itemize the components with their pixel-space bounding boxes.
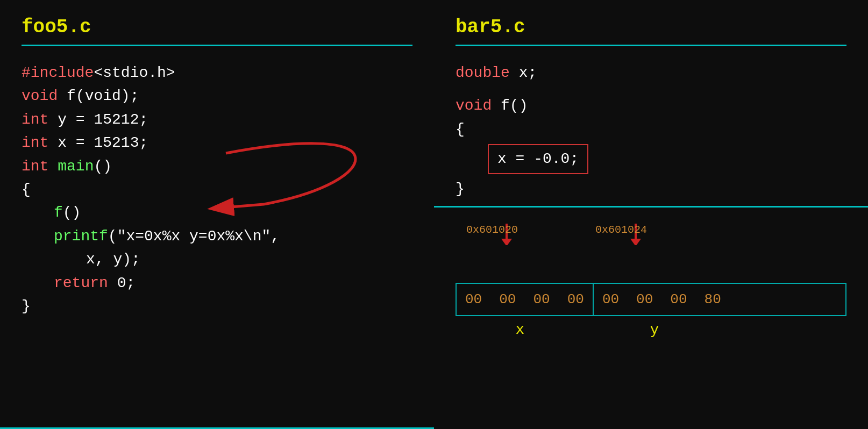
plain-f-paren: () bbox=[63, 204, 81, 221]
plain-void1: f(void); bbox=[58, 88, 139, 104]
highlight-code: x = -0.0; bbox=[488, 144, 588, 174]
fn-f-call: f bbox=[54, 204, 63, 221]
line-brace3: } bbox=[456, 177, 846, 201]
right-top-section: bar5.c double x; void f() { x = -0.0; } bbox=[434, 0, 868, 206]
right-separator bbox=[456, 45, 846, 46]
memory-row: 00 00 00 00 00 00 00 80 bbox=[456, 283, 846, 316]
mem-byte-x3: 00 bbox=[559, 284, 593, 315]
plain-brace-close: } bbox=[22, 298, 31, 314]
mem-byte-y1: 00 bbox=[628, 284, 661, 315]
right-bottom-section: 0x601020 0x601024 00 00 00 00 bbox=[434, 206, 868, 429]
kw-int-main: int bbox=[22, 158, 48, 175]
kw-void1: void bbox=[22, 88, 58, 104]
kw-int-y: int bbox=[22, 111, 48, 128]
right-code: double x; void f() { x = -0.0; } bbox=[456, 61, 846, 201]
addr-x-text: 0x601020 bbox=[466, 224, 518, 236]
addr-y-label: 0x601024 bbox=[595, 224, 647, 236]
addr-x-label: 0x601020 bbox=[466, 224, 518, 236]
fn-main: main bbox=[58, 158, 94, 175]
line-printf-args: x, y); bbox=[22, 248, 412, 271]
mem-label-y: y bbox=[585, 321, 724, 338]
left-panel: foo5.c #include<stdio.h> void f(void); i… bbox=[0, 0, 434, 429]
mem-y-group: 00 00 00 80 bbox=[594, 284, 730, 315]
line-return: return 0; bbox=[22, 271, 412, 295]
plain-void2: f() bbox=[492, 97, 528, 114]
mem-byte-x0: 00 bbox=[457, 284, 490, 315]
mem-byte-y2: 00 bbox=[661, 284, 695, 315]
line-int-main: int main() bbox=[22, 155, 412, 178]
line-int-y: int y = 15212; bbox=[22, 108, 412, 131]
plain-include: <stdio.h> bbox=[94, 65, 175, 81]
svg-marker-3 bbox=[501, 239, 512, 245]
left-separator bbox=[22, 45, 412, 46]
line-int-x: int x = 15213; bbox=[22, 131, 412, 154]
mem-byte-x2: 00 bbox=[524, 284, 558, 315]
mem-byte-y3: 80 bbox=[696, 284, 730, 315]
plain-double-x: x; bbox=[510, 65, 537, 81]
mem-x-group: 00 00 00 00 bbox=[457, 284, 594, 315]
left-title: foo5.c bbox=[22, 16, 412, 38]
plain-return-val: 0; bbox=[108, 275, 135, 291]
line-brace-close: } bbox=[22, 295, 412, 318]
line-include: #include<stdio.h> bbox=[22, 61, 412, 84]
line-highlight: x = -0.0; bbox=[456, 144, 846, 174]
kw-double: double bbox=[456, 65, 510, 81]
addr-y-text: 0x601024 bbox=[595, 224, 647, 236]
mem-byte-y0: 00 bbox=[594, 284, 628, 315]
mem-label-x: x bbox=[456, 321, 585, 338]
line-brace2: { bbox=[456, 118, 846, 141]
right-title: bar5.c bbox=[456, 16, 846, 38]
plain-int-y: y = 15212; bbox=[48, 111, 148, 128]
plain-main-paren: () bbox=[94, 158, 112, 175]
plain-printf-args: ("x=0x%x y=0x%x\n", bbox=[108, 228, 280, 245]
blank-line bbox=[456, 84, 846, 94]
mem-labels: x y bbox=[456, 321, 846, 338]
plain-brace3: } bbox=[456, 181, 465, 197]
svg-marker-5 bbox=[630, 239, 641, 245]
kw-void2: void bbox=[456, 97, 492, 114]
line-void-f2: void f() bbox=[456, 94, 846, 117]
mem-byte-x1: 00 bbox=[490, 284, 524, 315]
plain-space-main bbox=[48, 158, 58, 175]
plain-brace-open: { bbox=[22, 181, 31, 198]
line-f-call: f() bbox=[22, 201, 412, 224]
line-brace-open: { bbox=[22, 178, 412, 201]
kw-include: #include bbox=[22, 65, 94, 81]
line-void-f: void f(void); bbox=[22, 84, 412, 108]
plain-int-x: x = 15213; bbox=[48, 134, 148, 151]
kw-int-x: int bbox=[22, 134, 48, 151]
fn-printf: printf bbox=[54, 228, 108, 245]
plain-brace2: { bbox=[456, 121, 465, 138]
line-printf: printf("x=0x%x y=0x%x\n", bbox=[22, 225, 412, 248]
line-double-x: double x; bbox=[456, 61, 846, 84]
right-panel: bar5.c double x; void f() { x = -0.0; } bbox=[434, 0, 868, 429]
left-code: #include<stdio.h> void f(void); int y = … bbox=[22, 61, 412, 318]
addr-row: 0x601020 0x601024 bbox=[456, 224, 846, 261]
plain-xy-args: x, y); bbox=[86, 251, 140, 268]
kw-return: return bbox=[54, 275, 108, 291]
